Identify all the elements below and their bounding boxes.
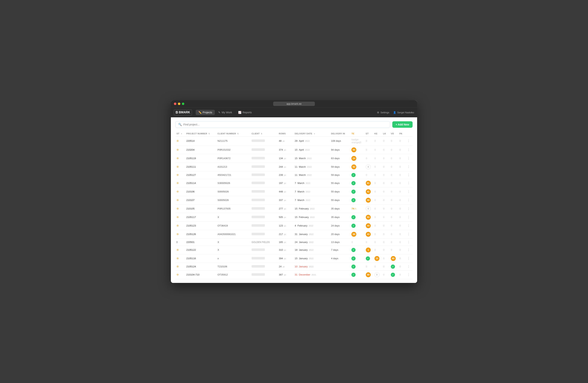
search-box[interactable]: 🔍 (175, 121, 390, 128)
row-menu-icon[interactable]: ⋮ (407, 198, 410, 202)
ke-cell: 0 (373, 238, 382, 246)
te-cell: ✓ (350, 263, 365, 270)
row-menu-cell[interactable]: ⋮ (406, 230, 413, 238)
pa-cell: 0 (398, 238, 406, 246)
table-row: ⚙ 2105117 X 505 pc 15 February 2022 35 d… (175, 213, 413, 221)
row-menu-cell[interactable]: ⋮ (406, 187, 413, 196)
delivery-date-cell: 15 March 2022 (294, 154, 330, 163)
st-cell: ⚙ (175, 263, 185, 270)
row-menu-icon[interactable]: ⋮ (407, 165, 410, 168)
delivery-in-cell: 59 days (330, 163, 350, 171)
va-cell: 0 (390, 230, 398, 238)
delivery-in-cell: 20 days (330, 230, 350, 238)
client-cell: GOLDEN FIELDS (251, 238, 278, 246)
row-menu-cell[interactable]: ⋮ (406, 179, 413, 187)
titlebar: app.bmark.ee (171, 100, 417, 108)
row-menu-cell[interactable]: ⋮ (406, 213, 413, 221)
nav-reports[interactable]: 📈 Reports (235, 110, 254, 115)
row-menu-icon[interactable]: ⋮ (407, 190, 410, 193)
minimize-button[interactable] (178, 103, 180, 105)
row-menu-icon[interactable]: ⋮ (407, 273, 410, 276)
search-input[interactable] (183, 123, 387, 126)
row-menu-icon[interactable]: ⋮ (407, 215, 410, 219)
nav-mywork[interactable]: ✎ My Work (216, 110, 235, 115)
row-menu-icon[interactable]: ⋮ (407, 207, 410, 210)
row-menu-icon[interactable]: ⋮ (407, 224, 410, 227)
row-menu-cell[interactable]: ⋮ (406, 154, 413, 163)
et-cell: 0 (365, 163, 373, 171)
brand-text: BMARK (179, 111, 190, 114)
row-menu-cell[interactable]: ⋮ (406, 146, 413, 154)
row-menu-icon[interactable]: ⋮ (407, 232, 410, 236)
row-menu-icon[interactable]: ⋮ (407, 241, 410, 244)
pa-cell: 0 (398, 136, 406, 146)
gear-status-icon: ⚙ (177, 139, 179, 142)
lk-cell: 0 (382, 238, 390, 246)
delivery-in-cell (330, 263, 350, 270)
row-menu-cell[interactable]: ⋮ (406, 196, 413, 204)
row-menu-cell[interactable]: ⋮ (406, 163, 413, 171)
client-number-cell: P0R137935 (216, 204, 251, 213)
maximize-button[interactable] (182, 103, 184, 105)
col-project-number[interactable]: PROJECT NUMBER ⇅ (185, 131, 216, 136)
row-menu-icon[interactable]: ⋮ (407, 248, 410, 251)
table-row: ⚙ 210204 P0R151532 374 pc 15 April 2022 … (175, 146, 413, 154)
row-menu-cell[interactable]: ⋮ (406, 270, 413, 279)
project-number-cell: 2105116 (185, 254, 216, 263)
ke-cell: 0 (373, 154, 382, 163)
settings-label: Settings (380, 111, 389, 114)
row-menu-icon[interactable]: ⋮ (407, 181, 410, 185)
row-menu-cell[interactable]: ⋮ (406, 254, 413, 263)
row-menu-icon[interactable]: ⋮ (407, 139, 410, 142)
client-cell (251, 179, 278, 187)
exclaim-status-icon: ! (177, 241, 177, 244)
settings-nav[interactable]: ⚙ Settings (377, 111, 389, 114)
st-cell: ⚙ (175, 204, 185, 213)
pa-cell: 0 (398, 154, 406, 163)
client-cell (251, 246, 278, 254)
row-menu-cell[interactable]: ⋮ (406, 246, 413, 254)
delivery-date-cell: 31 December 2021 (294, 270, 330, 279)
ke-cell: 0 (373, 204, 382, 213)
row-menu-icon[interactable]: ⋮ (407, 173, 410, 176)
user-nav[interactable]: 👤 Sergei Nadolko (393, 111, 414, 114)
row-menu-cell[interactable]: ⋮ (406, 204, 413, 213)
te-cell: 92 (350, 163, 365, 171)
close-button[interactable] (174, 103, 176, 105)
pa-cell: 0 (398, 213, 406, 221)
te-cell: ✓ (350, 254, 365, 263)
nav-projects[interactable]: ✏️ Projects (196, 110, 215, 115)
col-delivery-date[interactable]: DELIVERY DATE ▼ (294, 131, 330, 136)
add-new-button[interactable]: + Add New (392, 121, 413, 128)
url-bar[interactable]: app.bmark.ee (273, 102, 315, 106)
row-menu-cell[interactable]: ⋮ (406, 171, 413, 179)
row-menu-cell[interactable]: ⋮ (406, 136, 413, 146)
row-menu-icon[interactable]: ⋮ (407, 265, 410, 268)
delivery-date-cell: 15 February 2022 (294, 213, 330, 221)
delivery-in-cell: 35 days (330, 213, 350, 221)
col-delivery-in: DELIVERY IN (330, 131, 350, 136)
col-client[interactable]: CLIENT ⇅ (251, 131, 278, 136)
st-cell: ⚙ (175, 179, 185, 187)
gear-status-icon: ⚙ (177, 199, 179, 202)
client-cell (251, 187, 278, 196)
pa-cell: 0 (398, 187, 406, 196)
client-cell (251, 254, 278, 263)
row-menu-icon[interactable]: ⋮ (407, 148, 410, 151)
lk-cell: 0 (382, 246, 390, 254)
row-menu-cell[interactable]: ⋮ (406, 221, 413, 230)
row-menu-cell[interactable]: ⋮ (406, 238, 413, 246)
ke-cell: 15 (373, 254, 382, 263)
check-icon: ✓ (366, 256, 370, 261)
delivery-date-cell: 15 January 2022 (294, 254, 330, 263)
row-menu-icon[interactable]: ⋮ (407, 257, 410, 260)
row-menu-icon[interactable]: ⋮ (407, 157, 410, 160)
gear-status-icon: ⚙ (177, 257, 179, 260)
lk-cell: 0 (382, 254, 390, 263)
table-row: ! 220501 X GOLDEN FIELDS 165 pc 24 Janua… (175, 238, 413, 246)
client-number-cell: S0005026 (216, 196, 251, 204)
client-number-cell: X (216, 213, 251, 221)
client-number-cell: x (216, 254, 251, 263)
col-client-number[interactable]: CLIENT NUMBER ⇅ (216, 131, 251, 136)
row-menu-cell[interactable]: ⋮ (406, 263, 413, 270)
